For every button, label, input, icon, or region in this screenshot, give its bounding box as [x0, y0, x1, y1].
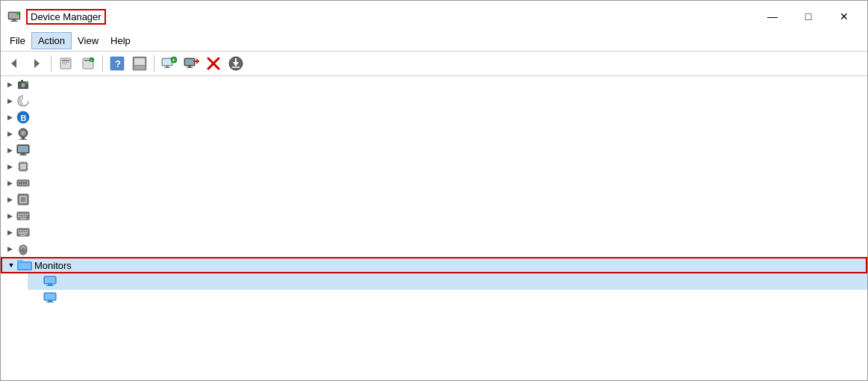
svg-rect-20	[134, 66, 145, 69]
svg-rect-73	[23, 182, 25, 185]
close-button[interactable]: ✕	[827, 5, 861, 28]
expand-keyboard2[interactable]: ▶	[4, 226, 16, 238]
svg-rect-87	[18, 216, 19, 217]
minimize-button[interactable]: —	[755, 5, 790, 28]
expand-keyboard[interactable]: ▶	[4, 210, 16, 222]
webcam-icon	[16, 126, 31, 141]
memory-icon	[16, 176, 31, 190]
remove-device-icon	[205, 55, 222, 72]
menu-view[interactable]: View	[72, 33, 104, 49]
add-device-button[interactable]	[181, 54, 202, 73]
processor-icon	[16, 159, 31, 174]
svg-rect-97	[25, 230, 26, 232]
tree-item-memory[interactable]: ▶	[1, 175, 867, 191]
expand-processor[interactable]: ▶	[4, 161, 16, 173]
menu-file[interactable]: File	[4, 33, 31, 49]
maximize-button[interactable]: □	[791, 5, 825, 28]
mouse-icon	[16, 241, 31, 256]
menu-action[interactable]: Action	[31, 32, 72, 49]
tree-item-keyboard2[interactable]: ▶	[1, 224, 867, 241]
help-icon: ?	[110, 56, 125, 71]
device-tree[interactable]: ▶ ▶	[1, 76, 867, 380]
details-button[interactable]	[129, 54, 150, 73]
expand-webcam[interactable]: ▶	[4, 128, 16, 140]
tree-item-bluetooth[interactable]: ▶ B	[1, 109, 867, 126]
title-bar: Device Manager — □ ✕	[1, 1, 867, 31]
back-button[interactable]	[4, 54, 25, 73]
toolbar-sep-1	[51, 55, 51, 72]
svg-rect-90	[25, 216, 26, 217]
window-title: Device Manager	[26, 9, 106, 25]
device-manager-window: Device Manager — □ ✕ File Action View He…	[0, 0, 868, 381]
expand-chip2[interactable]: ▶	[4, 193, 16, 205]
window-controls: — □ ✕	[755, 5, 861, 28]
svg-rect-88	[20, 216, 22, 217]
tree-item-biometric[interactable]: ▶	[1, 93, 867, 109]
svg-rect-91	[20, 218, 26, 220]
svg-rect-85	[25, 214, 26, 215]
menu-help[interactable]: Help	[104, 33, 137, 49]
expand-display[interactable]: ▶	[4, 144, 16, 156]
expand-biometric[interactable]: ▶	[4, 95, 16, 107]
add-device-icon	[183, 55, 199, 72]
svg-rect-3	[10, 21, 18, 22]
svg-rect-53	[21, 153, 25, 155]
tree-item-processor[interactable]: ▶	[1, 158, 867, 175]
scan-button[interactable]: +	[158, 54, 179, 73]
svg-rect-56	[20, 164, 26, 170]
svg-rect-116	[46, 302, 54, 303]
menu-bar: File Action View Help	[1, 31, 867, 52]
display-icon	[16, 143, 31, 158]
details-icon	[132, 56, 147, 71]
tree-item-webcam[interactable]: ▶	[1, 126, 867, 142]
tree-item-monitor-2[interactable]: ▶	[28, 290, 867, 306]
expand-memory[interactable]: ▶	[4, 177, 16, 189]
svg-rect-99	[19, 232, 28, 234]
expand-mouse[interactable]: ▶	[4, 243, 16, 255]
svg-rect-96	[22, 230, 24, 232]
expand-monitors[interactable]: ▼	[5, 259, 17, 271]
properties-button[interactable]	[55, 54, 76, 73]
svg-point-48	[22, 131, 25, 135]
svg-rect-49	[22, 137, 25, 139]
svg-rect-100	[20, 235, 26, 236]
svg-rect-24	[164, 67, 170, 68]
main-content: ▶ ▶	[1, 76, 867, 380]
forward-button[interactable]	[26, 54, 47, 73]
forward-icon	[30, 57, 43, 70]
install-driver-button[interactable]	[225, 54, 246, 73]
update-driver-button[interactable]: +	[78, 54, 99, 73]
svg-text:B: B	[21, 114, 27, 123]
tree-item-monitor-1[interactable]: ▶	[28, 273, 867, 290]
tree-panel: ▶ ▶	[1, 76, 867, 380]
properties-icon	[59, 57, 72, 70]
remove-device-button[interactable]	[203, 54, 224, 73]
svg-rect-94	[18, 230, 19, 232]
svg-rect-28	[185, 59, 194, 65]
toolbar-sep-2	[102, 55, 103, 72]
tree-item-keyboard[interactable]: ▶	[1, 208, 867, 224]
tree-item-monitors[interactable]: ▼ Monitors	[1, 257, 867, 273]
tree-item-mouse[interactable]: ▶	[1, 241, 867, 257]
svg-rect-95	[20, 230, 22, 232]
tree-item-cameras[interactable]: ▶	[1, 76, 867, 93]
tree-item-chip2[interactable]: ▶	[1, 191, 867, 208]
svg-rect-52	[18, 146, 28, 152]
svg-text:?: ?	[115, 58, 121, 69]
expand-bluetooth[interactable]: ▶	[4, 111, 16, 123]
svg-rect-111	[48, 284, 52, 285]
svg-rect-9	[62, 60, 69, 61]
svg-rect-54	[19, 155, 27, 155]
help-button[interactable]: ?	[107, 54, 128, 73]
install-driver-icon	[228, 55, 244, 72]
svg-rect-108	[19, 263, 31, 269]
app-icon	[7, 9, 22, 24]
svg-rect-29	[188, 66, 191, 67]
keyboard-icon	[16, 208, 31, 223]
svg-text:+: +	[90, 58, 93, 63]
svg-rect-74	[25, 182, 27, 185]
title-bar-left: Device Manager	[7, 9, 106, 25]
expand-cameras[interactable]: ▶	[4, 78, 16, 90]
svg-rect-112	[46, 285, 54, 286]
tree-item-display[interactable]: ▶	[1, 142, 867, 158]
